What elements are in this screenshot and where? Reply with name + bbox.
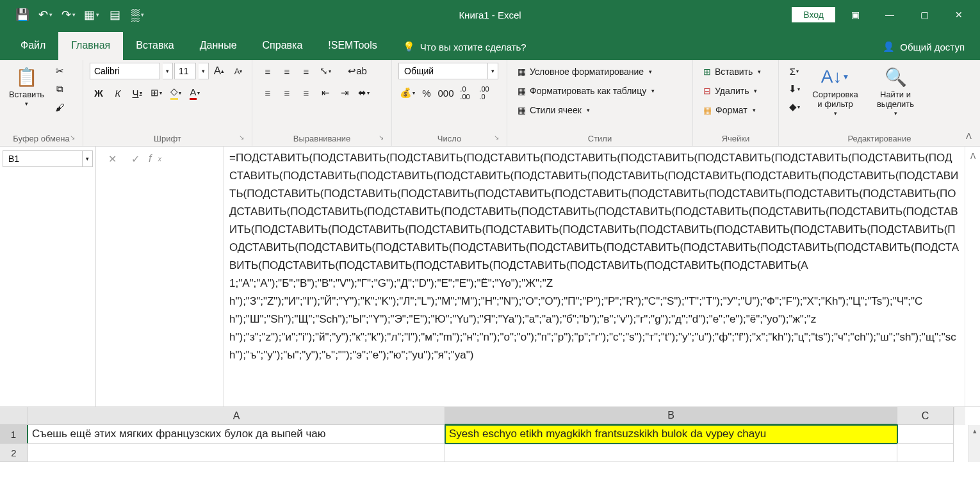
increase-font-icon[interactable]: A▴ [210, 63, 228, 79]
font-name-dropdown[interactable]: ▾ [163, 63, 173, 79]
merge-icon[interactable]: ⬌ [355, 84, 373, 101]
orientation-icon[interactable]: ⤡ [316, 63, 334, 79]
align-center-icon[interactable]: ≡ [278, 84, 296, 101]
font-color-icon[interactable]: A [186, 84, 204, 101]
format-painter-icon[interactable]: 🖌 [51, 99, 69, 115]
align-left-icon[interactable]: ≡ [259, 84, 277, 101]
indent-icon[interactable]: ⇥ [336, 84, 354, 101]
qat-custom-2-icon[interactable]: ▤ [105, 5, 124, 24]
row-header-2[interactable]: 2 [0, 444, 28, 462]
font-size-dropdown[interactable]: ▾ [199, 63, 209, 79]
undo-icon[interactable]: ↶ [36, 5, 55, 24]
vertical-scrollbar[interactable]: ▴ [968, 425, 980, 462]
underline-button[interactable]: Ч [128, 84, 146, 101]
insert-cells-button[interactable]: ⊞ Вставить [699, 63, 765, 81]
group-label-font[interactable]: Шрифт [90, 133, 245, 145]
find-select-button[interactable]: 🔍 Найти и выделить [867, 63, 924, 119]
accounting-format-icon[interactable]: 💰 [398, 84, 416, 101]
tab-semtools[interactable]: !SEMTools [315, 32, 389, 60]
outdent-icon[interactable]: ⇤ [316, 84, 334, 101]
col-header-B[interactable]: B [445, 407, 897, 425]
decrease-decimal-icon[interactable]: .00.0 [475, 84, 493, 101]
group-clipboard: 📋 Вставить ✂ ⧉ 🖌 Буфер обмена [0, 60, 83, 146]
font-name-input[interactable] [90, 63, 160, 79]
decrease-font-icon[interactable]: A▾ [229, 63, 247, 79]
tab-home[interactable]: Главная [58, 32, 123, 60]
cell-C2[interactable] [897, 444, 954, 462]
scroll-up-icon[interactable]: ▴ [973, 425, 977, 437]
collapse-ribbon-icon[interactable]: ᐱ [962, 129, 975, 142]
person-icon: 👤 [883, 41, 895, 52]
formula-bar-collapse-icon[interactable]: ᐱ [965, 147, 980, 406]
enter-formula-icon[interactable]: ✓ [126, 150, 145, 167]
clipboard-icon: 📋 [15, 65, 38, 88]
clear-icon[interactable]: ◆ [785, 99, 803, 115]
percent-icon[interactable]: % [418, 84, 436, 101]
share-button[interactable]: 👤 Общий доступ [867, 33, 980, 60]
cell-A1[interactable]: Съешь ещё этих мягких французских булок … [28, 425, 445, 444]
cancel-formula-icon[interactable]: ✕ [102, 150, 122, 167]
borders-icon[interactable]: ⊞ [147, 84, 165, 101]
sort-filter-button[interactable]: A↓▼ Сортировка и фильтр [807, 63, 863, 119]
align-top-icon[interactable]: ≡ [259, 63, 277, 79]
col-header-A[interactable]: A [28, 407, 445, 425]
name-box-dropdown[interactable]: ▾ [83, 150, 93, 167]
font-size-input[interactable] [174, 63, 196, 79]
group-alignment: ≡ ≡ ≡ ⤡ ↩ab ≡ ≡ ≡ ⇤ ⇥ ⬌ Выравнивание [252, 60, 392, 146]
app-title: Книга1 - Excel [459, 10, 521, 20]
delete-cells-button[interactable]: ⊟ Удалить [699, 82, 761, 100]
login-button[interactable]: Вход [792, 7, 835, 22]
group-label-cells: Ячейки [699, 133, 772, 145]
worksheet-grid: A B C 1 2 Съешь ещё этих мягких французс… [0, 407, 980, 462]
name-box[interactable] [3, 150, 83, 167]
comma-style-icon[interactable]: 000 [437, 84, 455, 101]
select-all-corner[interactable] [0, 407, 28, 425]
align-right-icon[interactable]: ≡ [297, 84, 315, 101]
copy-icon[interactable]: ⧉ [51, 81, 69, 97]
group-label-number[interactable]: Число [398, 133, 500, 145]
qat-custom-1-icon[interactable]: ▦ [82, 5, 101, 24]
fill-color-icon[interactable]: ◇ [167, 84, 184, 101]
save-icon[interactable]: 💾 [13, 5, 32, 24]
row-header-1[interactable]: 1 [0, 425, 28, 444]
col-header-C[interactable]: C [897, 407, 954, 425]
tab-insert[interactable]: Вставка [123, 32, 186, 60]
format-as-table-button[interactable]: ▦ Форматировать как таблицу [514, 82, 658, 100]
paste-button[interactable]: 📋 Вставить [6, 63, 47, 109]
cell-styles-button[interactable]: ▦ Стили ячеек [514, 101, 594, 119]
maximize-icon[interactable]: ▢ [910, 5, 939, 24]
align-bottom-icon[interactable]: ≡ [297, 63, 315, 79]
group-label-editing: Редактирование [785, 133, 974, 145]
ribbon-options-icon[interactable]: ▣ [840, 5, 870, 24]
italic-button[interactable]: К [109, 84, 127, 101]
conditional-formatting-button[interactable]: ▦ Условное форматирование [514, 63, 656, 81]
cell-A2[interactable] [28, 444, 445, 462]
ribbon-tabs: Файл Главная Вставка Данные Справка !SEM… [0, 29, 980, 60]
autosum-icon[interactable]: Σ [785, 63, 803, 79]
tab-file[interactable]: Файл [8, 32, 58, 60]
align-middle-icon[interactable]: ≡ [278, 63, 296, 79]
bold-button[interactable]: Ж [90, 84, 108, 101]
minimize-icon[interactable]: — [875, 5, 904, 24]
group-label-clipboard[interactable]: Буфер обмена [6, 133, 76, 145]
tab-data[interactable]: Данные [187, 32, 250, 60]
close-icon[interactable]: ✕ [944, 5, 974, 24]
tab-help[interactable]: Справка [250, 32, 316, 60]
format-cells-icon: ▦ [703, 105, 712, 115]
redo-icon[interactable]: ↷ [59, 5, 78, 24]
wrap-text-icon[interactable]: ↩ab [348, 63, 366, 79]
increase-decimal-icon[interactable]: .0.00 [456, 84, 474, 101]
number-format-dropdown[interactable]: ▾ [488, 63, 498, 79]
cell-C1[interactable] [897, 425, 954, 444]
cut-icon[interactable]: ✂ [51, 63, 69, 79]
tell-me-search[interactable]: 💡 Что вы хотите сделать? [390, 33, 539, 60]
format-cells-button[interactable]: ▦ Формат [699, 101, 760, 119]
group-label-alignment[interactable]: Выравнивание [259, 133, 385, 145]
cell-B2[interactable] [445, 444, 897, 462]
formula-input[interactable]: =ПОДСТАВИТЬ(ПОДСТАВИТЬ(ПОДСТАВИТЬ(ПОДСТА… [224, 147, 965, 406]
insert-function-icon[interactable]: fx [149, 150, 168, 167]
qat-custom-3-icon[interactable]: ▒ [128, 5, 147, 24]
fill-icon[interactable]: ⬇ [785, 81, 803, 97]
cell-B1[interactable]: Syesh eschyo etikh myagkikh frantsuzskik… [445, 425, 897, 444]
number-format-select[interactable] [398, 63, 488, 79]
